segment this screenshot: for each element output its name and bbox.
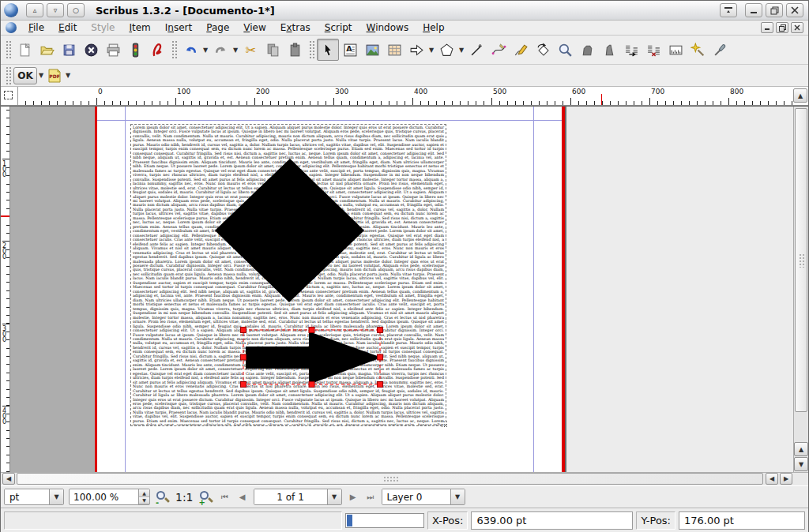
edit-contents-button[interactable] (576, 39, 598, 61)
selection-handle[interactable] (241, 354, 246, 360)
chevron-down-icon[interactable]: ▼ (327, 489, 341, 504)
insert-image-frame-button[interactable] (361, 39, 383, 61)
paste-button[interactable] (284, 39, 306, 61)
measurements-button[interactable] (664, 39, 687, 61)
zoom-out-button[interactable]: - (155, 489, 171, 505)
print-button[interactable] (102, 39, 124, 61)
vertical-scrollbar[interactable]: ▲ ▼ (793, 107, 808, 472)
menu-windows[interactable]: Windows (359, 21, 416, 34)
close-button[interactable] (80, 39, 102, 61)
first-page-button[interactable]: ⏮ (219, 490, 231, 504)
scroll-left-button[interactable]: ◀ (766, 473, 778, 485)
chevron-down-icon[interactable]: ▼ (231, 47, 239, 54)
horizontal-scrollbar[interactable]: ◀ ◀ ▶ (1, 472, 808, 485)
eye-dropper-button[interactable] (709, 39, 731, 61)
vertical-scroll-thumb[interactable] (795, 108, 807, 412)
horizontal-scroll-thumb[interactable] (17, 473, 763, 485)
redo-button[interactable] (209, 39, 231, 61)
last-page-button[interactable]: ⏭ (364, 490, 377, 504)
save-button[interactable] (58, 39, 80, 61)
close-button[interactable] (786, 3, 803, 17)
insert-shape-button[interactable] (405, 39, 427, 61)
menu-file[interactable]: File (21, 21, 51, 34)
cut-button[interactable]: ✂ (239, 39, 262, 61)
unlink-text-frames-button[interactable] (642, 39, 664, 61)
ruler-origin-box[interactable] (1, 87, 18, 105)
copy-button[interactable] (262, 39, 284, 61)
selection-handle[interactable] (378, 382, 383, 388)
menu-edit[interactable]: Edit (51, 21, 84, 34)
chevron-down-icon[interactable]: ▼ (201, 47, 209, 54)
chevron-down-icon[interactable]: ▼ (37, 72, 45, 79)
scroll-down-button[interactable]: ▼ (794, 457, 808, 471)
link-text-frames-button[interactable] (620, 39, 642, 61)
menu-view[interactable]: View (236, 21, 273, 34)
toolbar-drag-handle[interactable] (5, 66, 11, 86)
menu-script[interactable]: Script (318, 21, 359, 34)
scroll-up-button[interactable]: ▲ (794, 442, 808, 456)
menu-extras[interactable]: Extras (273, 21, 318, 34)
mdi-restore-button[interactable] (776, 22, 788, 33)
pdf-push-button-tool[interactable]: OK (13, 67, 37, 84)
selection-handle[interactable] (309, 328, 314, 333)
undo-button[interactable] (179, 39, 201, 61)
horizontal-ruler[interactable]: 0100200300400500600700800 (18, 87, 793, 105)
restore-button[interactable] (766, 3, 783, 17)
document-canvas[interactable]: Lorem ipsum dolor sit amet, consectetuer… (10, 107, 793, 472)
scroll-right-button[interactable]: ▶ (780, 473, 792, 485)
insert-polygon-button[interactable] (435, 39, 457, 61)
previous-page-button[interactable]: ◀ (236, 490, 249, 504)
zoom-button[interactable] (554, 39, 576, 61)
toolbar-drag-handle[interactable] (308, 39, 314, 60)
next-page-button[interactable]: ▶ (347, 490, 359, 504)
diamond-shape[interactable] (215, 159, 364, 302)
mdi-close-button[interactable] (791, 22, 803, 33)
shade-down-button[interactable]: ▿ (47, 3, 64, 17)
preflight-verifier-button[interactable] (124, 39, 146, 61)
selection-handle[interactable] (241, 382, 246, 388)
title-bar[interactable]: ▵▿○ Scribus 1.3.2 - [Documento-1*] (1, 1, 808, 21)
open-button[interactable] (36, 39, 58, 61)
chevron-down-icon[interactable]: ▼ (49, 489, 63, 504)
toolbar-drag-handle[interactable] (171, 39, 177, 60)
sticky-button[interactable]: ○ (67, 3, 85, 17)
insert-bezier-button[interactable] (487, 39, 510, 61)
shade-up-button[interactable]: ▵ (26, 3, 43, 17)
spin-up-button[interactable]: ▲ (139, 489, 149, 497)
shade-button[interactable] (720, 3, 737, 17)
zoom-100-button[interactable]: 1:1 (175, 491, 194, 504)
spin-down-button[interactable]: ▼ (139, 497, 149, 505)
new-document-button[interactable] (13, 39, 36, 61)
arrow-shape[interactable] (246, 332, 382, 384)
pdf-text-field-tool[interactable]: PDF (45, 66, 64, 85)
rotate-item-button[interactable] (532, 39, 554, 61)
edit-text-story-button[interactable] (598, 39, 620, 61)
menu-help[interactable]: Help (416, 21, 451, 34)
vertical-ruler[interactable]: 100200300400 (1, 107, 10, 472)
selection-handle[interactable] (309, 382, 314, 388)
toolbar-drag-handle[interactable] (5, 39, 11, 60)
chevron-down-icon[interactable]: ▼ (427, 47, 435, 54)
mdi-minimize-button[interactable] (761, 22, 773, 33)
insert-text-frame-button[interactable]: A (339, 39, 361, 61)
scroll-left-button[interactable]: ◀ (2, 473, 15, 485)
chevron-down-icon[interactable]: ▼ (450, 489, 465, 504)
menu-item[interactable]: Item (122, 21, 157, 34)
menu-insert[interactable]: Insert (158, 21, 199, 34)
insert-table-button[interactable] (383, 39, 405, 61)
layer-selector[interactable]: Layer 0 ▼ (382, 489, 465, 505)
chevron-down-icon[interactable]: ▼ (64, 72, 72, 79)
copy-properties-button[interactable] (687, 39, 709, 61)
insert-line-button[interactable] (465, 39, 487, 61)
unit-selector[interactable]: pt ▼ (4, 489, 64, 505)
scroll-up-button[interactable]: ▲ (793, 88, 807, 103)
selection-handle[interactable] (378, 328, 383, 333)
menu-page[interactable]: Page (199, 21, 236, 34)
select-item-button[interactable] (317, 39, 339, 61)
zoom-in-button[interactable]: + (198, 489, 214, 505)
zoom-level-spinbox[interactable]: 100.00 % ▲▼ (69, 489, 150, 505)
page-selector[interactable]: 1 of 1 ▼ (254, 489, 342, 505)
export-pdf-button[interactable] (146, 39, 168, 61)
minimize-button[interactable] (745, 3, 762, 17)
selection-handle[interactable] (378, 354, 383, 360)
